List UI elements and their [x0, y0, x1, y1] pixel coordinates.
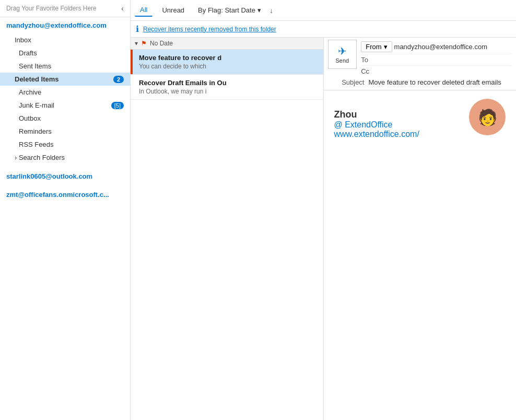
from-button[interactable]: From ▾	[361, 41, 392, 52]
drag-area-label: Drag Your Favorite Folders Here	[6, 5, 97, 12]
account-email: zmt@officefans.onmicrosoft.c...	[6, 191, 109, 199]
tab-unread[interactable]: Unread	[157, 4, 190, 16]
email-item-1[interactable]: Recover Draft Emails in Ou In Outlook, w…	[131, 75, 323, 100]
avatar: 🧑	[469, 99, 506, 135]
sidebar-item-inbox[interactable]: Inbox	[0, 33, 130, 46]
to-row: To	[361, 54, 512, 66]
email-list-and-content: ▾ ⚑ No Date Move feature to recover d Yo…	[131, 38, 516, 420]
sidebar-item-deleted-items[interactable]: Deleted Items 2	[0, 73, 130, 86]
recover-link[interactable]: Recover items recently removed from this…	[143, 26, 276, 33]
folder-label: Junk E-mail	[19, 101, 54, 109]
sort-desc-icon[interactable]: ↓	[269, 6, 273, 15]
sidebar-item-rss-feeds[interactable]: RSS Feeds	[0, 138, 130, 151]
sidebar-item-junk[interactable]: Junk E-mail [5]	[0, 99, 130, 112]
sidebar-drag-area: Drag Your Favorite Folders Here ‹	[0, 0, 130, 17]
account-email: starlink0605@outlook.com	[6, 172, 92, 180]
toolbar: All Unread By Flag: Start Date ▾ ↓	[131, 0, 516, 21]
folder-label: Inbox	[15, 36, 31, 44]
folder-label: RSS Feeds	[19, 141, 53, 148]
filter-label: By Flag: Start Date	[198, 6, 255, 14]
info-banner: ℹ Recover items recently removed from th…	[131, 21, 516, 38]
email-header: ✈ Send From ▾ mandyzhou@extendoffice.com	[324, 38, 517, 90]
email-preview: In Outlook, we may run i	[139, 88, 318, 95]
sidebar-item-search-folders[interactable]: › Search Folders	[0, 151, 130, 164]
folder-label: › Search Folders	[15, 154, 65, 161]
from-label: From	[366, 43, 381, 51]
filter-button[interactable]: By Flag: Start Date ▾	[194, 5, 265, 16]
sidebar-item-outbox[interactable]: Outbox	[0, 112, 130, 125]
cc-row: Cc	[361, 66, 512, 77]
email-group-header: ▾ ⚑ No Date	[131, 38, 323, 50]
to-label: To	[361, 56, 397, 64]
group-label: No Date	[150, 40, 173, 47]
info-icon: ℹ	[136, 24, 139, 34]
sidebar-account-zmt[interactable]: zmt@officefans.onmicrosoft.c...	[0, 186, 130, 203]
cc-value[interactable]	[397, 71, 512, 73]
email-list: ▾ ⚑ No Date Move feature to recover d Yo…	[131, 38, 324, 420]
sidebar-item-reminders[interactable]: Reminders	[0, 125, 130, 138]
sidebar-item-drafts[interactable]: Drafts	[0, 46, 130, 60]
subject-label: Subject	[332, 78, 369, 86]
email-preview: You can decide to which	[139, 63, 318, 70]
folder-label: Drafts	[19, 49, 37, 57]
main-area: All Unread By Flag: Start Date ▾ ↓ ℹ Rec…	[131, 0, 516, 420]
sidebar-item-sent-items[interactable]: Sent Items	[0, 60, 130, 73]
account-email: mandyzhou@extendoffice.com	[6, 21, 107, 29]
email-body: 🧑 Zhou @ ExtendOffice www.extendoffice.c…	[324, 90, 517, 420]
folder-label: Reminders	[19, 127, 52, 135]
from-row: From ▾ mandyzhou@extendoffice.com	[361, 40, 512, 54]
send-label: Send	[336, 57, 349, 64]
sidebar-account-mandyzhou[interactable]: mandyzhou@extendoffice.com	[0, 17, 130, 33]
chevron-down-icon: ▾	[257, 6, 261, 14]
to-value[interactable]	[397, 59, 512, 61]
sidebar: Drag Your Favorite Folders Here ‹ mandyz…	[0, 0, 131, 420]
folder-label: Deleted Items	[15, 75, 59, 83]
junk-badge: [5]	[111, 102, 124, 109]
flag-bar	[131, 50, 133, 74]
deleted-items-badge: 2	[113, 76, 124, 83]
cc-label: Cc	[361, 67, 397, 75]
email-title: Move feature to recover d	[139, 54, 318, 62]
email-item-0[interactable]: Move feature to recover d You can decide…	[131, 50, 323, 75]
folder-label: Outbox	[19, 114, 41, 122]
collapse-icon[interactable]: ▾	[135, 40, 138, 47]
email-title: Recover Draft Emails in Ou	[139, 79, 318, 87]
folder-label: Archive	[19, 88, 41, 96]
subject-value: Move feature to recover deleted draft em…	[369, 78, 508, 86]
send-button[interactable]: ✈ Send	[328, 40, 357, 69]
chevron-down-icon: ▾	[384, 43, 388, 51]
content-panel: ✈ Send From ▾ mandyzhou@extendoffice.com	[324, 38, 517, 420]
tab-all[interactable]: All	[135, 4, 153, 17]
sidebar-collapse-button[interactable]: ‹	[121, 4, 124, 13]
flag-icon: ⚑	[141, 40, 147, 47]
body-link[interactable]: www.extendoffice.com/	[334, 130, 419, 138]
subject-row: Subject Move feature to recover deleted …	[328, 77, 512, 88]
send-icon: ✈	[338, 45, 347, 57]
sidebar-account-starlink[interactable]: starlink0605@outlook.com	[0, 168, 130, 184]
folder-label: Sent Items	[19, 62, 51, 70]
sidebar-item-archive[interactable]: Archive	[0, 86, 130, 99]
from-value: mandyzhou@extendoffice.com	[392, 42, 512, 52]
